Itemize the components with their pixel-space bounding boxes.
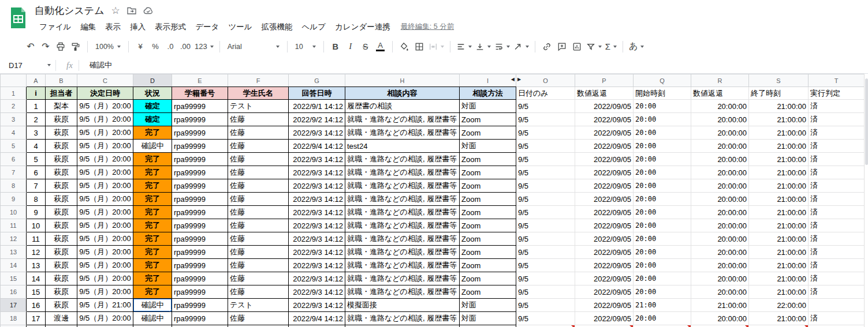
cell-T1[interactable]: 実行判定 xyxy=(809,87,865,100)
menu-edit[interactable]: 編集 xyxy=(76,21,100,33)
menu-file[interactable]: ファイル xyxy=(35,21,76,33)
cell-G1[interactable]: 回答日時 xyxy=(289,87,345,100)
cell-F3[interactable]: 佐藤 xyxy=(228,113,289,126)
cell-S18[interactable]: 21:00:00 xyxy=(749,312,809,325)
cell-H10[interactable]: 就職・進路などの相談, 履歴書等 xyxy=(345,206,460,219)
cell-G2[interactable]: 2022/9/1 14:12 xyxy=(289,100,345,113)
cell-E5[interactable]: rpa99999 xyxy=(172,140,228,153)
menu-tools[interactable]: ツール xyxy=(223,21,256,33)
cell-P9[interactable]: 2022/09/05 xyxy=(575,193,634,206)
cell-B3[interactable]: 萩原 xyxy=(46,113,77,126)
print-button[interactable] xyxy=(53,39,68,54)
cell-C17[interactable]: 9/5（月）21:00 xyxy=(77,299,133,312)
cell-O1[interactable]: 日付のみ xyxy=(516,87,575,100)
text-color-button[interactable]: A xyxy=(373,39,388,54)
cell-D11[interactable]: 完了 xyxy=(133,219,172,232)
col-header-O[interactable]: O▶ xyxy=(516,74,575,87)
horizontal-align-button[interactable] xyxy=(455,39,474,54)
cell-F5[interactable]: 佐藤 xyxy=(228,140,289,153)
cell-I19[interactable] xyxy=(460,325,516,327)
row-header-16[interactable]: 16 xyxy=(1,285,27,299)
more-formats-button[interactable]: 123 xyxy=(193,39,215,54)
cell-C7[interactable]: 9/5（月）20:00 xyxy=(77,166,133,179)
cell-T17[interactable] xyxy=(809,299,865,312)
cell-O2[interactable]: 9/5 xyxy=(516,100,575,113)
cell-A14[interactable]: 13 xyxy=(27,259,46,272)
text-rotation-button[interactable] xyxy=(512,39,531,54)
zoom-select[interactable]: 100% xyxy=(92,39,124,54)
cell-G17[interactable]: 2022/9/3 14:12 xyxy=(289,299,345,312)
cell-I8[interactable]: Zoom xyxy=(460,179,516,193)
borders-button[interactable] xyxy=(412,39,427,54)
cell-C9[interactable]: 9/5（月）20:00 xyxy=(77,193,133,206)
cell-P6[interactable]: 2022/09/05 xyxy=(575,153,634,166)
cell-E11[interactable]: rpa99999 xyxy=(172,219,228,232)
cell-I6[interactable]: Zoom xyxy=(460,153,516,166)
cell-S5[interactable]: 21:00:00 xyxy=(749,140,809,153)
text-wrap-button[interactable] xyxy=(493,39,512,54)
cell-G3[interactable]: 2022/9/2 14:12 xyxy=(289,113,345,126)
cell-H12[interactable]: 就職・進路などの相談, 履歴書等 xyxy=(345,232,460,246)
cell-D5[interactable]: 確認中 xyxy=(133,140,172,153)
cell-T15[interactable]: 済 xyxy=(809,272,865,285)
cell-T10[interactable]: 済 xyxy=(809,206,865,219)
cell-H2[interactable]: 履歴書の相談 xyxy=(345,100,460,113)
cell-O12[interactable]: 9/5 xyxy=(516,232,575,246)
cell-T4[interactable]: 済 xyxy=(809,126,865,140)
col-header-D[interactable]: D xyxy=(133,74,172,87)
cell-D12[interactable]: 完了 xyxy=(133,232,172,246)
cell-S2[interactable]: 21:00:00 xyxy=(749,100,809,113)
cell-G6[interactable]: 2022/9/3 14:12 xyxy=(289,153,345,166)
cell-A3[interactable]: 2 xyxy=(27,113,46,126)
cell-F1[interactable]: 学生氏名 xyxy=(228,87,289,100)
cell-F12[interactable]: 佐藤 xyxy=(228,232,289,246)
cell-A12[interactable]: 11 xyxy=(27,232,46,246)
cell-O13[interactable]: 9/5 xyxy=(516,246,575,259)
cell-A13[interactable]: 12 xyxy=(27,246,46,259)
cell-H11[interactable]: 就職・進路などの相談, 履歴書等 xyxy=(345,219,460,232)
italic-button[interactable]: I xyxy=(343,39,358,54)
cell-P1[interactable]: 数値返還 xyxy=(575,87,634,100)
cell-G12[interactable]: 2022/9/3 14:12 xyxy=(289,232,345,246)
cell-Q13[interactable]: 20:00 xyxy=(634,246,691,259)
fill-handle[interactable] xyxy=(170,310,172,312)
cell-R4[interactable]: 20:00:00 xyxy=(691,126,749,140)
cell-H3[interactable]: 就職・進路などの相談, 履歴書等 xyxy=(345,113,460,126)
cell-E4[interactable]: rpa99999 xyxy=(172,126,228,140)
cell-H15[interactable]: 就職・進路などの相談, 履歴書等 xyxy=(345,272,460,285)
col-header-A[interactable]: A xyxy=(27,74,46,87)
currency-format-button[interactable]: ¥ xyxy=(133,39,148,54)
col-header-G[interactable]: G xyxy=(289,74,345,87)
cell-B8[interactable]: 萩原 xyxy=(46,179,77,193)
move-to-folder-icon[interactable] xyxy=(127,6,136,14)
cell-Q11[interactable]: 20:00 xyxy=(634,219,691,232)
menu-help[interactable]: ヘルプ xyxy=(297,21,330,33)
cell-I3[interactable]: Zoom xyxy=(460,113,516,126)
row-header-5[interactable]: 5 xyxy=(1,140,27,153)
cell-B2[interactable]: 梨本 xyxy=(46,100,77,113)
cell-G11[interactable]: 2022/9/3 14:12 xyxy=(289,219,345,232)
cell-E7[interactable]: rpa99999 xyxy=(172,166,228,179)
cell-T14[interactable]: 済 xyxy=(809,259,865,272)
cell-Q4[interactable]: 20:00 xyxy=(634,126,691,140)
cell-Q19[interactable] xyxy=(634,325,691,327)
row-header-19[interactable]: 19 xyxy=(1,325,27,327)
cell-I2[interactable]: 対面 xyxy=(460,100,516,113)
row-header-3[interactable]: 3 xyxy=(1,113,27,126)
cell-O14[interactable]: 9/5 xyxy=(516,259,575,272)
cell-D2[interactable]: 確定 xyxy=(133,100,172,113)
cell-A17[interactable]: 16 xyxy=(27,299,46,312)
cell-S4[interactable]: 21:00:00 xyxy=(749,126,809,140)
cell-T12[interactable]: 済 xyxy=(809,232,865,246)
cell-S15[interactable]: 21:00:00 xyxy=(749,272,809,285)
cell-I11[interactable]: Zoom xyxy=(460,219,516,232)
cell-A18[interactable]: 17 xyxy=(27,312,46,325)
cell-P11[interactable]: 2022/09/05 xyxy=(575,219,634,232)
cell-B17[interactable]: 萩原 xyxy=(46,299,77,312)
row-header-17[interactable]: 17 xyxy=(1,299,27,312)
cell-C4[interactable]: 9/5（月）20:00 xyxy=(77,126,133,140)
cell-O6[interactable]: 9/5 xyxy=(516,153,575,166)
cell-C12[interactable]: 9/5（月）20:00 xyxy=(77,232,133,246)
row-header-13[interactable]: 13 xyxy=(1,246,27,259)
cell-R5[interactable]: 20:00:00 xyxy=(691,140,749,153)
